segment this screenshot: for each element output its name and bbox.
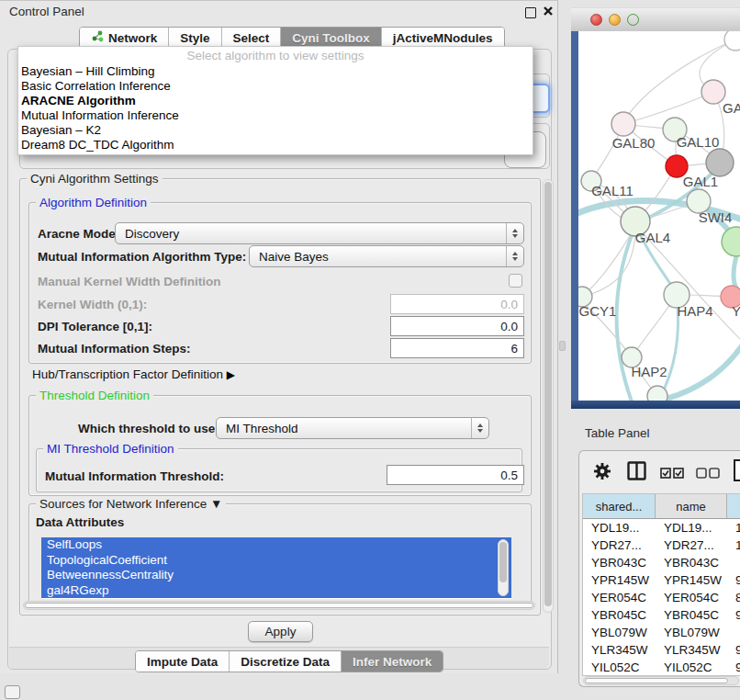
settings-vertical-scrollbar[interactable]	[543, 179, 554, 613]
kernel-width-label: Kernel Width (0,1):	[38, 298, 147, 311]
table-row[interactable]: YER054CYER054C8.	[583, 589, 740, 606]
table-row[interactable]: YBR045CYBR045C9.	[583, 606, 740, 624]
settings-scrollbar-thumb[interactable]	[544, 182, 552, 606]
attributes-list-scrollbar[interactable]	[498, 539, 509, 596]
mi-algorithm-type-value: Naive Bayes	[250, 250, 506, 264]
table-cell: YBR043C	[656, 556, 727, 570]
table-hscrollbar-thumb[interactable]	[585, 678, 728, 683]
tab-style[interactable]: Style	[169, 28, 221, 48]
mi-algorithm-type-label: Mutual Information Algorithm Type:	[38, 250, 246, 264]
control-panel: Control Panel NetworkStyleSelectCyni Too…	[0, 0, 558, 673]
attribute-item-topologicalcoefficient[interactable]: TopologicalCoefficient	[41, 553, 511, 569]
column-header-shared[interactable]: shared...	[583, 494, 656, 518]
checked-columns-icon[interactable]	[660, 468, 684, 479]
mi-threshold-label: Mutual Information Threshold:	[45, 469, 224, 483]
tab-discretize-data[interactable]: Discretize Data	[230, 651, 342, 672]
column-header-3[interactable]	[727, 494, 740, 518]
splitter-handle[interactable]	[559, 341, 566, 351]
node-salmon-label: Y	[732, 303, 740, 319]
attributes-scrollbar-thumb[interactable]	[499, 542, 507, 582]
dropdown-item-bayesian-hill-climbing[interactable]: Bayesian – Hill Climbing	[18, 64, 533, 79]
table-cell: YBL079W	[656, 626, 727, 639]
kernel-width-field[interactable]: 0.0	[390, 294, 524, 314]
node-gal4-label: GAL4	[635, 230, 670, 245]
attribute-item-betweennesscentrality[interactable]: BetweennessCentrality	[41, 568, 511, 583]
control-panel-title: Control Panel	[9, 5, 84, 18]
minimize-button[interactable]	[609, 14, 621, 26]
bottom-tab-bar: Impute DataDiscretize DataInfer Network	[135, 650, 443, 672]
apply-button[interactable]: Apply	[248, 621, 313, 642]
hub-definition-expander[interactable]: Hub/Transcription Factor Definition ▶	[32, 367, 235, 381]
dropdown-item-list: Bayesian – Hill ClimbingBasic Correlatio…	[18, 64, 533, 152]
dropdown-item-mutual-information-inference[interactable]: Mutual Information Inference	[18, 108, 533, 123]
table-row[interactable]: YDL19...YDL19...13	[583, 519, 740, 536]
table-cell: YBR043C	[583, 556, 656, 570]
stepper-arrows-icon	[471, 418, 488, 438]
gear-icon[interactable]	[593, 462, 611, 480]
table-row[interactable]: YLR345WYLR345W9.	[583, 641, 740, 659]
mi-algorithm-type-combobox[interactable]: Naive Bayes	[249, 245, 524, 267]
mi-steps-field[interactable]: 6	[390, 338, 524, 358]
which-threshold-value: MI Threshold	[217, 422, 471, 435]
cyni-toolbox-panel: Select algorithm to view settings Bayesi…	[7, 49, 552, 670]
collapsed-panel-icon[interactable]	[5, 685, 20, 699]
table-row[interactable]: YBL079WYBL079W	[583, 624, 740, 641]
which-threshold-combobox[interactable]: MI Threshold	[216, 417, 489, 439]
tab-label: jActiveMNodules	[393, 31, 493, 45]
network-canvas[interactable]: GALGAL80GAL10GAL1GAL11SWI4GAL4GCY1HAP4YH…	[578, 31, 740, 401]
node-table[interactable]: shared...name YDL19...YDL19...13YDR27...…	[582, 493, 740, 676]
table-horizontal-scrollbar[interactable]	[583, 676, 739, 685]
network-window-titlebar[interactable]	[571, 7, 740, 32]
unchecked-columns-icon[interactable]	[696, 468, 720, 479]
table-cell: 9.	[727, 660, 740, 674]
data-attributes-list[interactable]: SelfLoopsTopologicalCoefficientBetweenne…	[41, 537, 511, 599]
stepper-arrows-icon	[506, 246, 523, 266]
node-unlabeled-top[interactable]	[724, 31, 740, 51]
tab-infer-network[interactable]: Infer Network	[342, 651, 443, 672]
table-cell: 12	[727, 538, 740, 552]
table-cell: 9.	[727, 608, 740, 622]
table-cell: YBR045C	[583, 608, 656, 622]
algorithm-dropdown-popup: Select algorithm to view settings Bayesi…	[17, 46, 533, 155]
table-row[interactable]: YIL052CYIL052C9.	[583, 659, 740, 676]
sources-group-title[interactable]: Sources for Network Inference ▼	[36, 498, 226, 510]
table-cell: YDR27...	[583, 538, 656, 552]
tab-jactivemnodules[interactable]: jActiveMNodules	[382, 28, 504, 48]
split-columns-icon[interactable]	[627, 461, 646, 480]
float-icon[interactable]	[525, 7, 536, 18]
table-row[interactable]: YPR145WYPR145W9.	[583, 571, 740, 589]
manual-kernel-width-checkbox[interactable]	[509, 274, 522, 288]
dropdown-item-dream8-dc-tdc-algorithm[interactable]: Dream8 DC_TDC Algorithm	[18, 138, 533, 152]
node-bottom-partial[interactable]	[647, 386, 667, 401]
dropdown-item-basic-correlation-inference[interactable]: Basic Correlation Inference	[18, 79, 533, 94]
node-gray[interactable]	[706, 149, 734, 176]
table-row[interactable]: YBR043CYBR043C	[583, 554, 740, 571]
tab-cyni-toolbox[interactable]: Cyni Toolbox	[281, 28, 382, 48]
column-header-name[interactable]: name	[656, 494, 727, 518]
network-tab-icon	[91, 30, 104, 45]
table-cell: YBR045C	[656, 608, 727, 622]
dropdown-item-aracne-algorithm[interactable]: ARACNE Algorithm	[18, 94, 533, 108]
tab-select[interactable]: Select	[222, 28, 282, 48]
document-icon[interactable]	[733, 459, 740, 481]
node-gal80[interactable]	[611, 112, 635, 136]
attribute-item-gal4rgexp[interactable]: gal4RGexp	[41, 583, 511, 599]
attribute-item-selfloops[interactable]: SelfLoops	[41, 537, 511, 553]
dpi-tolerance-field[interactable]: 0.0	[390, 316, 524, 336]
threshold-definition-title: Threshold Definition	[36, 390, 153, 401]
dropdown-item-bayesian-k2[interactable]: Bayesian – K2	[18, 123, 533, 138]
mi-steps-label: Mutual Information Steps:	[38, 342, 191, 356]
close-button[interactable]	[590, 14, 602, 26]
close-icon[interactable]	[543, 6, 554, 17]
node-green-right[interactable]	[722, 227, 740, 256]
zoom-button[interactable]	[627, 14, 639, 26]
aracne-mode-value: Discovery	[116, 227, 506, 241]
tab-network[interactable]: Network	[80, 28, 169, 48]
settings-horizontal-scrollbar[interactable]	[23, 601, 535, 610]
tab-label: Network	[108, 31, 157, 45]
mi-threshold-field[interactable]: 0.5	[387, 465, 524, 485]
settings-hscrollbar-thumb[interactable]	[25, 603, 533, 608]
table-row[interactable]: YDR27...YDR27...12	[583, 536, 740, 554]
aracne-mode-combobox[interactable]: Discovery	[115, 222, 524, 244]
tab-impute-data[interactable]: Impute Data	[136, 651, 230, 672]
